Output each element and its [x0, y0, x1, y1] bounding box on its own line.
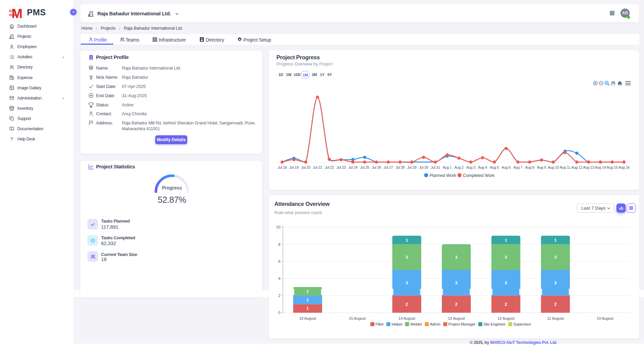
svg-text:Jul 20: Jul 20	[301, 165, 310, 169]
svg-text:3: 3	[505, 281, 507, 285]
svg-text:Jul 25: Jul 25	[360, 165, 369, 169]
svg-text:Jul 19: Jul 19	[289, 165, 299, 169]
svg-text:15 August: 15 August	[349, 316, 366, 320]
svg-text:Jul 22: Jul 22	[325, 165, 334, 169]
svg-text:Aug 3: Aug 3	[466, 165, 476, 169]
svg-text:10: 10	[276, 225, 280, 229]
svg-text:Aug 8: Aug 8	[525, 165, 534, 169]
svg-text:Jul 29: Jul 29	[407, 165, 416, 169]
svg-text:1: 1	[306, 289, 309, 294]
svg-text:Aug 2: Aug 2	[454, 165, 464, 169]
svg-text:Aug 9: Aug 9	[537, 165, 546, 169]
svg-text:2: 2	[278, 293, 280, 298]
svg-text:3: 3	[406, 255, 408, 260]
svg-text:3: 3	[554, 281, 557, 285]
svg-text:Aug 13: Aug 13	[583, 165, 594, 169]
svg-text:Jul 18: Jul 18	[277, 165, 287, 169]
svg-text:2: 2	[406, 302, 408, 307]
svg-text:4: 4	[278, 276, 281, 281]
svg-text:Jul 23: Jul 23	[336, 165, 345, 169]
svg-text:10 August: 10 August	[597, 316, 614, 320]
svg-text:Aug 12: Aug 12	[571, 165, 582, 169]
svg-text:0: 0	[278, 311, 280, 315]
svg-text:Aug 7: Aug 7	[513, 165, 522, 169]
svg-text:16 August: 16 August	[299, 316, 316, 320]
svg-text:3: 3	[455, 281, 457, 285]
svg-text:3: 3	[406, 281, 408, 285]
svg-text:2: 2	[554, 302, 557, 307]
svg-text:6: 6	[278, 259, 280, 263]
svg-text:Aug 16: Aug 16	[618, 165, 630, 169]
svg-text:Aug 14: Aug 14	[595, 165, 606, 169]
svg-text:1: 1	[306, 306, 309, 311]
svg-text:Jul 30: Jul 30	[419, 165, 428, 169]
svg-text:M: M	[12, 6, 23, 21]
svg-text:Jul 31: Jul 31	[431, 165, 440, 169]
svg-text:Aug 4: Aug 4	[478, 165, 487, 169]
svg-text:Aug 6: Aug 6	[502, 165, 511, 169]
svg-text:8: 8	[278, 242, 280, 246]
svg-text:Planned Work: Planned Work	[430, 173, 456, 178]
svg-text:Jul 27: Jul 27	[384, 165, 393, 169]
svg-text:1: 1	[406, 238, 408, 243]
svg-text:Aug 10: Aug 10	[548, 165, 559, 169]
svg-text:Jul 26: Jul 26	[372, 165, 381, 169]
svg-text:1: 1	[554, 238, 557, 243]
svg-text:1: 1	[505, 238, 507, 243]
svg-text:Aug 15: Aug 15	[607, 165, 618, 169]
svg-text:Jul 21: Jul 21	[313, 165, 322, 169]
svg-text:Aug 11: Aug 11	[560, 165, 570, 169]
svg-text:14 August: 14 August	[398, 316, 415, 320]
svg-text:13 August: 13 August	[448, 316, 465, 320]
svg-text:2: 2	[505, 302, 507, 307]
svg-text:2: 2	[455, 302, 457, 307]
svg-text:3: 3	[554, 255, 557, 260]
svg-text:3: 3	[455, 255, 457, 260]
svg-text:11 August: 11 August	[547, 316, 564, 320]
svg-text:1: 1	[306, 298, 309, 302]
svg-text:Jul 28: Jul 28	[396, 165, 405, 169]
svg-text:3: 3	[505, 255, 507, 260]
svg-text:Aug 5: Aug 5	[490, 165, 499, 169]
svg-text:Completed Work: Completed Work	[463, 173, 495, 178]
svg-text:12 August: 12 August	[498, 316, 515, 320]
svg-text:Aug 1: Aug 1	[442, 165, 452, 169]
svg-text:Jul 24: Jul 24	[348, 165, 357, 169]
